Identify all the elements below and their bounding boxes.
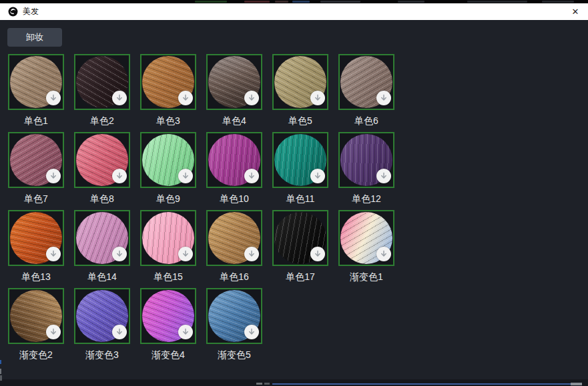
hair-color-swatch[interactable]: 渐变色5 bbox=[206, 288, 262, 366]
swatch-frame[interactable] bbox=[272, 210, 328, 266]
background-app-artifact bbox=[0, 369, 1, 374]
download-icon[interactable] bbox=[178, 91, 193, 105]
swatch-label: 渐变色2 bbox=[8, 344, 64, 366]
hair-color-swatch[interactable]: 渐变色3 bbox=[74, 288, 130, 366]
download-icon[interactable] bbox=[376, 247, 391, 261]
download-icon[interactable] bbox=[178, 325, 193, 339]
background-app-artifact bbox=[272, 383, 571, 385]
dialog-title: 美发 bbox=[23, 3, 39, 20]
download-icon[interactable] bbox=[244, 91, 259, 105]
close-button[interactable]: ✕ bbox=[563, 3, 588, 20]
swatch-label: 单色9 bbox=[140, 188, 196, 210]
background-app-artifact bbox=[195, 1, 227, 3]
download-icon[interactable] bbox=[310, 91, 325, 105]
swatch-frame[interactable] bbox=[338, 210, 394, 266]
swatch-frame[interactable] bbox=[206, 132, 262, 188]
download-icon[interactable] bbox=[178, 169, 193, 183]
download-icon[interactable] bbox=[46, 91, 61, 105]
download-icon[interactable] bbox=[244, 169, 259, 183]
arrow-down-glyph bbox=[248, 94, 256, 102]
swatch-frame[interactable] bbox=[8, 288, 64, 344]
swatch-frame[interactable] bbox=[206, 54, 262, 110]
hair-color-swatch[interactable]: 单色4 bbox=[206, 54, 262, 132]
hair-color-swatch[interactable]: 单色17 bbox=[272, 210, 328, 288]
swatch-frame[interactable] bbox=[272, 54, 328, 110]
swatch-frame[interactable] bbox=[206, 288, 262, 344]
hair-style-panel: 卸妆 单色1 单色2 bbox=[0, 20, 588, 379]
download-icon[interactable] bbox=[376, 169, 391, 183]
hair-color-swatch[interactable]: 单色8 bbox=[74, 132, 130, 210]
hair-color-swatch[interactable]: 单色12 bbox=[338, 132, 394, 210]
swatch-label: 单色3 bbox=[140, 110, 196, 132]
download-icon[interactable] bbox=[178, 247, 193, 261]
swatch-frame[interactable] bbox=[8, 132, 64, 188]
swatch-frame[interactable] bbox=[8, 210, 64, 266]
hair-color-swatch[interactable]: 单色16 bbox=[206, 210, 262, 288]
hair-color-swatch[interactable]: 单色6 bbox=[338, 54, 394, 132]
background-app-artifact bbox=[256, 383, 262, 385]
arrow-down-glyph bbox=[49, 94, 57, 102]
swatch-label: 单色15 bbox=[140, 266, 196, 288]
hair-color-swatch[interactable]: 单色9 bbox=[140, 132, 196, 210]
swatch-label: 单色2 bbox=[74, 110, 130, 132]
download-icon[interactable] bbox=[244, 247, 259, 261]
swatch-label: 单色5 bbox=[272, 110, 328, 132]
background-app-artifact bbox=[292, 1, 310, 3]
swatch-frame[interactable] bbox=[140, 54, 196, 110]
swatch-label: 渐变色1 bbox=[338, 266, 394, 288]
arrow-down-glyph bbox=[49, 172, 57, 180]
hair-color-swatch[interactable]: 渐变色1 bbox=[338, 210, 394, 288]
swatch-frame[interactable] bbox=[140, 210, 196, 266]
hair-color-swatch[interactable]: 单色10 bbox=[206, 132, 262, 210]
background-app-artifact bbox=[398, 1, 424, 3]
download-icon[interactable] bbox=[310, 247, 325, 261]
hair-color-swatch[interactable]: 单色7 bbox=[8, 132, 64, 210]
background-app-artifact bbox=[264, 383, 270, 385]
arrow-down-glyph bbox=[115, 94, 123, 102]
swatch-frame[interactable] bbox=[206, 210, 262, 266]
swatch-frame[interactable] bbox=[74, 54, 130, 110]
download-icon[interactable] bbox=[112, 325, 127, 339]
swatch-frame[interactable] bbox=[74, 288, 130, 344]
hair-color-swatch[interactable]: 单色3 bbox=[140, 54, 196, 132]
hair-color-swatch[interactable]: 单色1 bbox=[8, 54, 64, 132]
swatch-frame[interactable] bbox=[8, 54, 64, 110]
remove-makeup-button[interactable]: 卸妆 bbox=[7, 28, 62, 47]
download-icon[interactable] bbox=[244, 325, 259, 339]
obs-logo-icon bbox=[8, 7, 18, 17]
swatch-frame[interactable] bbox=[272, 132, 328, 188]
hair-color-swatch[interactable]: 渐变色4 bbox=[140, 288, 196, 366]
hair-color-swatch[interactable]: 单色13 bbox=[8, 210, 64, 288]
swatch-label: 单色10 bbox=[206, 188, 262, 210]
swatch-frame[interactable] bbox=[74, 132, 130, 188]
arrow-down-glyph bbox=[248, 172, 256, 180]
hair-color-swatch[interactable]: 单色5 bbox=[272, 54, 328, 132]
background-app-artifact bbox=[467, 1, 527, 3]
download-icon[interactable] bbox=[376, 91, 391, 105]
arrow-down-glyph bbox=[314, 172, 322, 180]
download-icon[interactable] bbox=[46, 325, 61, 339]
swatch-frame[interactable] bbox=[338, 132, 394, 188]
swatch-frame[interactable] bbox=[74, 210, 130, 266]
download-icon[interactable] bbox=[310, 169, 325, 183]
download-icon[interactable] bbox=[46, 169, 61, 183]
swatch-label: 单色14 bbox=[74, 266, 130, 288]
swatch-frame[interactable] bbox=[338, 54, 394, 110]
download-icon[interactable] bbox=[112, 169, 127, 183]
hair-color-swatch[interactable]: 单色11 bbox=[272, 132, 328, 210]
swatch-label: 单色17 bbox=[272, 266, 328, 288]
download-icon[interactable] bbox=[112, 91, 127, 105]
download-icon[interactable] bbox=[46, 247, 61, 261]
hair-color-swatch[interactable]: 单色2 bbox=[74, 54, 130, 132]
hair-color-swatch[interactable]: 单色15 bbox=[140, 210, 196, 288]
swatch-frame[interactable] bbox=[140, 132, 196, 188]
arrow-down-glyph bbox=[380, 172, 388, 180]
swatch-frame[interactable] bbox=[140, 288, 196, 344]
swatch-label: 单色6 bbox=[338, 110, 394, 132]
arrow-down-glyph bbox=[182, 172, 190, 180]
dialog-titlebar: 美发 ✕ bbox=[0, 3, 588, 20]
arrow-down-glyph bbox=[248, 328, 256, 336]
hair-color-swatch[interactable]: 单色14 bbox=[74, 210, 130, 288]
hair-color-swatch[interactable]: 渐变色2 bbox=[8, 288, 64, 366]
download-icon[interactable] bbox=[112, 247, 127, 261]
